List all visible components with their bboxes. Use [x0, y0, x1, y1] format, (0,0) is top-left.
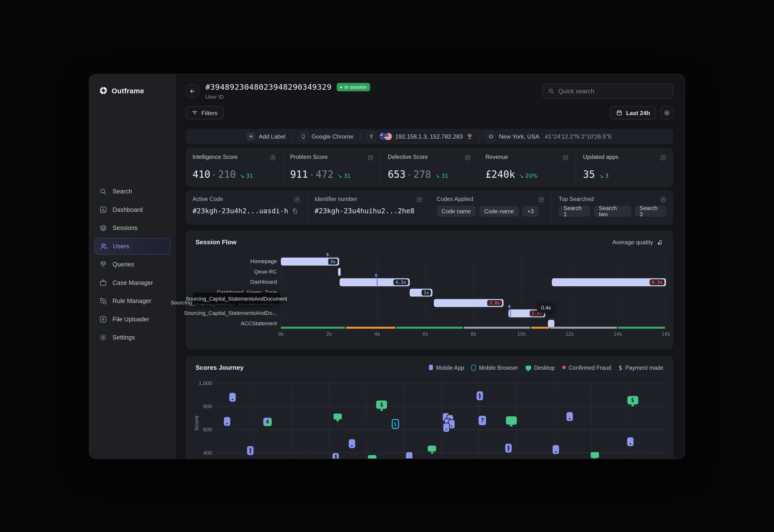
- globe-icon: [486, 132, 496, 141]
- trend-down-indicator: ↘ 31: [337, 173, 351, 179]
- y-axis-tick: 1,000: [199, 380, 212, 386]
- duration-badge: 3s: [328, 258, 337, 264]
- sidebar-item-case-manager[interactable]: Case Manager: [94, 274, 170, 291]
- gantt-track: 3s4.1s6.3s1s3.8s2.4s: [281, 256, 666, 329]
- session-info-bar: Add Label Google Chrome 192.158.1.3, 152…: [186, 129, 673, 144]
- duration-tooltip: 0.4s: [537, 303, 555, 312]
- sidebar-nav: Search Dashboard Sessions Users Queries …: [94, 183, 170, 346]
- scatter-marker-desktop: [428, 446, 436, 452]
- sidebar-item-search[interactable]: Search: [94, 183, 170, 200]
- status-badge: In session: [336, 83, 370, 91]
- scatter-marker-mobile-app: [566, 412, 573, 421]
- card-title: Active Code: [193, 196, 223, 202]
- page-title-user-id: #3948923048023948290349329: [205, 82, 332, 92]
- external-link-icon[interactable]: [269, 154, 276, 161]
- chip[interactable]: Search two: [594, 206, 631, 217]
- active-code-card: Active Code #23kgh-23u4h2...uasdi-h: [186, 190, 307, 225]
- external-link-icon[interactable]: [562, 154, 569, 161]
- search-input[interactable]: [558, 88, 668, 95]
- trend-down-indicator: ↘ 31: [435, 173, 448, 179]
- gantt-bar[interactable]: [548, 319, 555, 327]
- scatter-plot: 4$$$$$7$$: [216, 383, 666, 459]
- sidebar-item-label: Users: [113, 243, 129, 250]
- gantt-bar[interactable]: [338, 268, 341, 276]
- sidebar-item-label: Dashboard: [112, 206, 143, 213]
- sidebar-item-dashboard[interactable]: Dashboard: [94, 201, 170, 218]
- duration-badge: 4.1s: [394, 279, 408, 285]
- chip[interactable]: Search 3: [635, 206, 666, 217]
- chip[interactable]: +3: [522, 206, 539, 217]
- app-window: Outframe Search Dashboard Sessions Users…: [89, 74, 685, 459]
- sidebar-item-users[interactable]: Users: [94, 238, 170, 255]
- time-range-button[interactable]: Last 24h: [610, 106, 656, 119]
- gantt-bar[interactable]: 1s: [409, 288, 432, 296]
- chip[interactable]: Code name: [437, 206, 476, 217]
- gantt-row-label: Qeue-RC: [254, 268, 277, 274]
- external-link-icon[interactable]: [294, 196, 300, 202]
- stat-card-intelligence-score: Intelligence Score 410 ·210 ↘ 31: [186, 148, 283, 187]
- x-axis-tick: 4s: [374, 331, 380, 336]
- external-link-icon[interactable]: [660, 154, 667, 161]
- scatter-marker-desktop: $: [376, 400, 387, 409]
- copy-icon[interactable]: [292, 207, 298, 214]
- external-link-icon[interactable]: [416, 196, 422, 202]
- sidebar-item-file-uploader[interactable]: File Uploader: [94, 311, 170, 328]
- x-axis-tick: 12s: [566, 331, 574, 336]
- sidebar-item-sessions[interactable]: Sessions: [94, 220, 170, 236]
- timeline-segment: [531, 327, 550, 329]
- status-dot-icon: [340, 86, 342, 88]
- sidebar-item-label: Case Manager: [112, 279, 153, 286]
- title-block: #3948923048023948290349329 In session Us…: [205, 82, 370, 100]
- sidebar-item-settings[interactable]: Settings: [94, 329, 170, 346]
- country-flags-icon: [380, 133, 392, 140]
- stat-cards: Intelligence Score 410 ·210 ↘ 31 Problem…: [186, 148, 673, 187]
- add-label-button[interactable]: Add Label: [247, 132, 285, 141]
- gridline: [216, 383, 666, 384]
- trend-down-indicator: ↘ 20%: [519, 173, 537, 179]
- gridline: [216, 429, 666, 430]
- row-label-tooltip: Sourcing_Capital_StatementsAndDocument: [193, 293, 280, 304]
- logo: Outframe: [89, 74, 175, 95]
- stat-card-defective-score: Defective Score 653 ·278 ↘ 31: [380, 148, 478, 187]
- gridline: [404, 383, 404, 459]
- x-axis-tick: 14s: [614, 331, 622, 336]
- stat-value: 410 ·210 ↘ 31: [193, 168, 253, 180]
- scatter-marker-mobile-app: [349, 439, 355, 448]
- gantt-bar[interactable]: 4.1s: [340, 278, 410, 286]
- sidebar-item-queries[interactable]: Queries: [94, 256, 170, 273]
- sidebar-item-label: Search: [112, 188, 132, 195]
- external-link-icon[interactable]: [660, 196, 667, 202]
- stat-title: Revenue: [485, 154, 508, 160]
- external-link-icon[interactable]: [465, 154, 471, 161]
- external-link-icon[interactable]: [367, 154, 374, 161]
- chip[interactable]: Code-name: [479, 206, 519, 217]
- sessions-icon: [99, 224, 107, 232]
- gridline: [291, 383, 292, 459]
- back-button[interactable]: [186, 84, 199, 98]
- outframe-logo-icon: [99, 86, 108, 95]
- gantt-bar[interactable]: 3s: [281, 257, 339, 265]
- scatter-marker-desktop: [506, 416, 517, 425]
- scatter-marker-mobile-app: $: [247, 446, 254, 455]
- rules-icon: [99, 297, 107, 305]
- scatter-marker-mobile-browser: $: [391, 419, 399, 429]
- chip[interactable]: Search 1: [559, 206, 590, 217]
- proxy-icon: [466, 133, 473, 140]
- quick-search[interactable]: [543, 83, 673, 99]
- gantt-bar[interactable]: 6.3s: [552, 278, 666, 286]
- filters-button[interactable]: Filters: [186, 106, 223, 119]
- card-title: Top Searched: [559, 196, 594, 202]
- sidebar-item-label: Settings: [112, 334, 135, 341]
- stat-title: Problem Score: [290, 154, 328, 160]
- card-title: Codes Applied: [437, 196, 473, 202]
- stat-value: 653 ·278 ↘ 31: [388, 168, 448, 180]
- settings-button[interactable]: [660, 106, 673, 119]
- external-link-icon[interactable]: [538, 196, 544, 202]
- timeline-segment: [551, 327, 617, 329]
- session-flow-gantt: HomepageQeue-RCDashboardDashboard_Green_…: [186, 230, 673, 349]
- timeline-segment: [464, 327, 530, 329]
- divider: [479, 133, 480, 140]
- desktop-icon: [526, 365, 531, 369]
- sidebar-item-rule-manager[interactable]: Rule Manager: [94, 293, 170, 309]
- gantt-bar[interactable]: 3.8s: [434, 299, 504, 307]
